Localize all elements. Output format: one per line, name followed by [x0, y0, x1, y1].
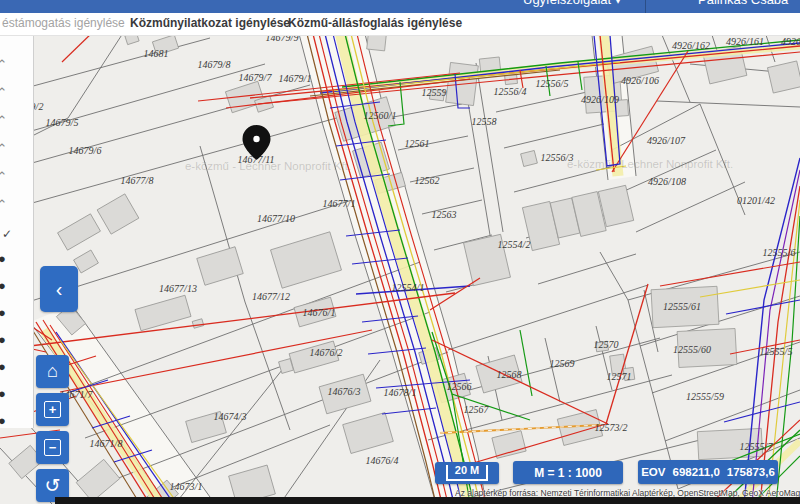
parcel-label: 12566 — [447, 381, 472, 392]
layer-marker-icon[interactable]: ● — [0, 386, 11, 401]
expander-icon[interactable]: ⌃ — [0, 57, 11, 72]
coordinate-y: 175873,6 — [727, 466, 775, 478]
parcel-label: 14677/12 — [252, 291, 290, 302]
undo-icon: ↺ — [45, 474, 61, 497]
parcel-label: 12555/59 — [686, 391, 724, 402]
parcel-label: 14679/5 — [46, 117, 79, 128]
zoom-in-icon: + — [44, 401, 61, 418]
home-icon: ⌂ — [47, 361, 58, 382]
parcel-label: 12570 — [594, 339, 619, 350]
parcel-label: 12573/2 — [595, 422, 628, 433]
coordinate-x: 698211,0 — [672, 466, 719, 478]
layer-marker-icon[interactable]: ● — [0, 278, 11, 293]
parcel-label: 4926/108 — [648, 176, 686, 187]
tab-bar: éstámogatás igénylése Közműnyilatkozat i… — [0, 13, 800, 36]
parcel-label: 14677/13 — [159, 283, 197, 294]
parcel-label: 14679/1 — [279, 73, 312, 84]
parcel-label: 12568 — [497, 369, 522, 380]
top-app-bar: Ügyfélszolgálat ▾ Pálinkás Csaba — [0, 0, 800, 13]
parcel-label: 12555/5 — [760, 346, 793, 357]
parcel-label: 12554/2 — [498, 239, 531, 250]
chevron-left-icon: ‹ — [56, 278, 63, 301]
tab-kozmunyilatkozat-igenylese[interactable]: Közműnyilatkozat igénylése — [130, 16, 290, 30]
parcel-label: 4926/162 — [672, 40, 710, 51]
expander-icon[interactable]: ⌃ — [0, 197, 11, 212]
layer-legend-panel[interactable]: ⌃⌃⌃⌃⌃⌃✓●●●●●●● — [0, 35, 34, 428]
parcel-label: 14674/3 — [214, 411, 247, 422]
layer-marker-icon[interactable]: ● — [0, 359, 11, 374]
zoom-in-button[interactable]: + — [36, 393, 69, 426]
parcel-label: 12558 — [472, 116, 497, 127]
parcel-label: 12555/61 — [663, 301, 701, 312]
layer-marker-icon[interactable]: ● — [0, 305, 11, 320]
parcel-label: 12555/7 — [740, 441, 774, 452]
crs-label: EOV — [641, 466, 665, 478]
parcel-label: 4926/161 — [726, 36, 764, 47]
parcel-label: 12554/1 — [392, 282, 425, 293]
parcel-label: 12556/4 — [494, 86, 527, 97]
parcel-label: 4926/109 — [581, 94, 619, 105]
scale-bar-label: 20 M — [446, 465, 488, 481]
map-canvas[interactable]: e-közmű - Lechner Nonprofit Kft.e-közmű … — [0, 0, 800, 504]
expander-icon[interactable]: ⌃ — [0, 113, 11, 128]
parcel-label: 14678/1 — [384, 387, 417, 398]
tab-kozmu-allasfoglalas-igenylese[interactable]: Közmű-állásfoglalás igénylése — [288, 16, 462, 30]
panel-collapse-button[interactable]: ‹ — [40, 266, 78, 312]
parcel-label: 14679/7 — [239, 72, 273, 83]
parcel-label: 14676/4 — [366, 455, 399, 466]
parcel-label: 14676/1 — [303, 307, 336, 318]
expander-icon[interactable]: ⌃ — [0, 85, 11, 100]
parcel-label: 12563 — [432, 209, 457, 220]
watermark-text: e-közmű - Lechner Nonprofit Kft. — [567, 158, 733, 170]
parcel-label: 14676/3 — [328, 386, 361, 397]
parcel-label: 14673/1 — [170, 481, 203, 492]
user-menu[interactable]: Pálinkás Csaba — [698, 0, 788, 7]
window-bottom-edge — [55, 497, 800, 504]
parcel-label: 01201/42 — [737, 195, 775, 206]
parcel-label: 12561 — [405, 138, 430, 149]
parcel-label: 14679/6 — [69, 145, 102, 156]
check-icon: ✓ — [0, 227, 16, 241]
scale-ratio-label: M = 1 : 1000 — [534, 466, 602, 480]
scale-ratio-button[interactable]: M = 1 : 1000 — [513, 461, 623, 484]
parcel-label: 12562 — [415, 175, 440, 186]
parcel-label: 12569 — [550, 358, 575, 369]
parcel-label: 14677/8 — [121, 175, 154, 186]
user-menu-label: Pálinkás Csaba — [698, 0, 788, 7]
parcel-label: 14677/1 — [323, 198, 356, 209]
parcel-label: 14677/10 — [257, 213, 295, 224]
parcel-label: 14676/2 — [310, 347, 343, 358]
layer-marker-icon[interactable]: ● — [0, 251, 11, 266]
parcel-label: 4926/106 — [621, 75, 659, 86]
coordinate-readout: EOV 698211,0 175873,6 — [638, 460, 778, 484]
layer-marker-icon[interactable]: ● — [0, 332, 11, 347]
layer-marker-icon[interactable]: ● — [0, 413, 11, 428]
scale-bar: 20 M — [435, 462, 499, 484]
parcel-label: 4926/107 — [647, 135, 686, 146]
expander-icon[interactable]: ⌃ — [0, 169, 11, 184]
zoom-out-button[interactable]: − — [36, 431, 69, 464]
parcel-label: 14679/8 — [198, 59, 231, 70]
zoom-out-icon: − — [44, 439, 61, 456]
parcel-label: 12556/5 — [536, 78, 569, 89]
parcel-label: 12571 — [607, 371, 632, 382]
parcel-label: 12555/60 — [673, 344, 711, 355]
support-menu-label: Ügyfélszolgálat — [523, 0, 611, 7]
chevron-down-icon: ▾ — [615, 0, 622, 7]
parcel-label: 12560/1 — [364, 110, 397, 121]
topbar-divider — [645, 0, 646, 13]
parcel-label: 12555/6 — [763, 247, 796, 258]
parcel-label: 12567 — [464, 404, 490, 415]
parcel-label: 12556/3 — [541, 152, 574, 163]
support-menu[interactable]: Ügyfélszolgálat ▾ — [523, 0, 621, 7]
parcel-label: 12559 — [422, 87, 447, 98]
parcel-label: 14671/8 — [90, 438, 123, 449]
expander-icon[interactable]: ⌃ — [0, 141, 11, 156]
home-extent-button[interactable]: ⌂ — [36, 355, 69, 388]
tab-tamogatas-igenylese[interactable]: éstámogatás igénylése — [2, 16, 125, 30]
parcel-label: 4926/1 — [781, 36, 800, 47]
parcel-label: 14681 — [144, 48, 169, 59]
